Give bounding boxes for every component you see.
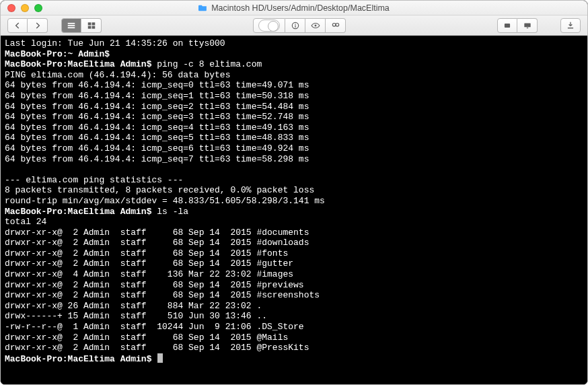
prompt: MacBook-Pro:~ Admin$ — [5, 49, 110, 59]
ls-row: drwxr-xr-x@ 2 Admin staff 68 Sep 14 2015… — [5, 228, 309, 238]
info-button[interactable] — [285, 18, 305, 33]
folder-icon — [198, 4, 207, 11]
zoom-button[interactable] — [34, 4, 42, 12]
prompt: MacBook-Pro:MacEltima Admin$ — [5, 59, 151, 69]
svg-rect-4 — [91, 22, 95, 25]
svg-point-11 — [332, 23, 336, 26]
forward-button[interactable] — [28, 18, 48, 33]
ping-reply: 64 bytes from 46.4.194.4: icmp_seq=2 ttl… — [5, 102, 309, 112]
search-button[interactable] — [326, 18, 346, 33]
toolbar — [1, 15, 587, 36]
svg-rect-15 — [526, 27, 527, 28]
ping-reply: 64 bytes from 46.4.194.4: icmp_seq=5 ttl… — [5, 133, 309, 143]
command-text: ls -la — [157, 207, 188, 217]
svg-rect-3 — [87, 22, 91, 25]
view-icons-button[interactable] — [61, 18, 81, 33]
close-button[interactable] — [7, 4, 15, 12]
svg-rect-9 — [295, 25, 295, 28]
ls-row: drwxr-xr-x@ 2 Admin staff 68 Sep 14 2015… — [5, 290, 320, 300]
svg-rect-5 — [87, 26, 91, 28]
ls-row: drwxr-xr-x@ 26 Admin staff 884 Mar 22 23… — [5, 301, 262, 311]
prompt: MacBook-Pro:MacEltima Admin$ — [5, 207, 151, 217]
nav-group — [7, 18, 48, 33]
svg-rect-1 — [68, 25, 75, 26]
svg-rect-6 — [91, 26, 95, 28]
last-login-line: Last login: Tue Jun 21 14:35:26 on ttys0… — [5, 38, 225, 48]
ls-row: drwxr-xr-x@ 2 Admin staff 68 Sep 14 2015… — [5, 248, 288, 258]
toggle-icon — [258, 20, 280, 32]
ls-row: drwxr-xr-x@ 4 Admin staff 136 Mar 22 23:… — [5, 269, 293, 279]
ls-row: drwxr-xr-x@ 2 Admin staff 68 Sep 14 2015… — [5, 238, 309, 248]
ping-reply: 64 bytes from 46.4.194.4: icmp_seq=4 ttl… — [5, 123, 309, 133]
window-controls — [1, 4, 42, 12]
center-tools — [253, 18, 346, 33]
svg-rect-2 — [68, 27, 75, 28]
svg-rect-13 — [505, 24, 510, 28]
view-switch — [61, 18, 102, 33]
ls-total: total 24 — [5, 217, 46, 227]
ping-stats-line: round-trip min/avg/max/stddev = 48.833/5… — [5, 196, 325, 206]
svg-point-10 — [314, 24, 316, 26]
ls-row: -rw-r--r--@ 1 Admin staff 10244 Jun 9 21… — [5, 322, 304, 332]
svg-rect-16 — [568, 27, 573, 28]
command-text: ping -c 8 eltima.com — [157, 59, 262, 69]
ping-reply: 64 bytes from 46.4.194.4: icmp_seq=0 ttl… — [5, 80, 309, 90]
cursor — [157, 353, 163, 363]
ping-stats-header: --- eltima.com ping statistics --- — [5, 175, 183, 185]
ping-reply: 64 bytes from 46.4.194.4: icmp_seq=3 ttl… — [5, 112, 309, 122]
ls-row: drwxr-xr-x@ 2 Admin staff 68 Sep 14 2015… — [5, 280, 304, 290]
app-window: Macintosh HD/Users/Admin/Desktop/MacElti… — [0, 0, 588, 385]
svg-rect-14 — [524, 23, 530, 27]
download-button[interactable] — [560, 18, 581, 33]
ping-reply: 64 bytes from 46.4.194.4: icmp_seq=6 ttl… — [5, 143, 309, 153]
ls-row: drwxr-xr-x@ 2 Admin staff 68 Sep 14 2015… — [5, 258, 293, 269]
desktop-button[interactable] — [517, 18, 538, 33]
toggle-button[interactable] — [253, 18, 285, 33]
svg-point-12 — [336, 23, 339, 26]
svg-point-8 — [295, 24, 296, 25]
ping-reply: 64 bytes from 46.4.194.4: icmp_seq=1 ttl… — [5, 91, 309, 101]
right-tools — [497, 18, 538, 33]
titlebar: Macintosh HD/Users/Admin/Desktop/MacElti… — [1, 1, 587, 15]
prompt: MacBook-Pro:MacEltima Admin$ — [5, 354, 151, 364]
window-title: Macintosh HD/Users/Admin/Desktop/MacElti… — [211, 3, 390, 13]
view-list-button[interactable] — [81, 18, 102, 33]
svg-rect-0 — [68, 22, 75, 24]
minimize-button[interactable] — [21, 4, 29, 12]
ping-stats-line: 8 packets transmitted, 8 packets receive… — [5, 185, 314, 195]
terminal-output[interactable]: Last login: Tue Jun 21 14:35:26 on ttys0… — [1, 36, 587, 384]
ping-header: PING eltima.com (46.4.194.4): 56 data by… — [5, 70, 230, 80]
ls-row: drwxr-xr-x@ 2 Admin staff 68 Sep 14 2015… — [5, 343, 309, 353]
back-button[interactable] — [7, 18, 28, 33]
preview-button[interactable] — [305, 18, 326, 33]
ls-row: drwxr-xr-x@ 2 Admin staff 68 Sep 14 2015… — [5, 332, 288, 343]
ls-row: drwx------+ 15 Admin staff 510 Jun 30 13… — [5, 311, 267, 321]
ping-reply: 64 bytes from 46.4.194.4: icmp_seq=7 ttl… — [5, 154, 309, 164]
drive-button[interactable] — [497, 18, 517, 33]
